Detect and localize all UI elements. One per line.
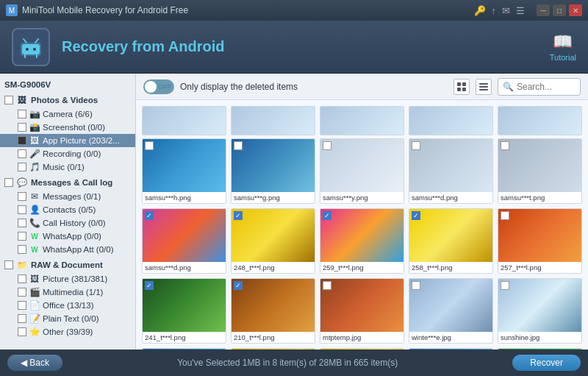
tutorial-button[interactable]: 📖 Tutorial xyxy=(550,32,576,62)
image-tile-3-4[interactable] xyxy=(498,348,582,350)
music-checkbox[interactable] xyxy=(18,163,26,171)
image-tile-1-3[interactable]: 258_t***l.png xyxy=(409,208,493,274)
tile-checkbox-0-0[interactable] xyxy=(145,141,154,150)
messages-checkbox[interactable] xyxy=(18,192,26,201)
minimize-button[interactable]: ─ xyxy=(537,4,550,16)
multimedia-checkbox[interactable] xyxy=(18,288,26,297)
sidebar-item-office[interactable]: 📄 Office (13/13) xyxy=(0,299,135,312)
image-tile-3-0[interactable] xyxy=(142,348,226,350)
category-photos-header[interactable]: 🖼 Photos & Videos xyxy=(0,91,135,107)
image-tile-1-2[interactable]: 259_t***l.png xyxy=(320,208,404,274)
plain-text-checkbox[interactable] xyxy=(18,314,26,323)
tile-checkbox-0-1[interactable] xyxy=(234,141,243,150)
recording-checkbox[interactable] xyxy=(18,149,26,158)
messages-icon: 💬 xyxy=(16,177,28,188)
maximize-button[interactable]: □ xyxy=(553,4,566,16)
image-thumb-2-0 xyxy=(143,279,226,332)
image-thumb-0-2 xyxy=(320,139,404,192)
list-view-button[interactable] xyxy=(476,79,492,95)
whatsapp-icon: W xyxy=(29,231,40,241)
sidebar-item-messages[interactable]: ✉ Messages (0/1) xyxy=(0,190,135,203)
office-checkbox[interactable] xyxy=(18,301,26,310)
sidebar-item-recording[interactable]: 🎤 Recording (0/0) xyxy=(0,147,135,160)
image-tile-2-1[interactable]: 210_t***l.png xyxy=(231,278,315,344)
tile-checkbox-2-3[interactable] xyxy=(412,281,420,290)
key-icon: 🔑 xyxy=(474,5,486,16)
tile-checkbox-2-0[interactable] xyxy=(145,281,154,290)
tile-checkbox-1-2[interactable] xyxy=(323,211,331,220)
image-tile-3-3[interactable] xyxy=(409,348,493,350)
whatsapp-att-icon: W xyxy=(29,244,40,255)
sidebar-item-screenshot[interactable]: 📸 Screenshot (0/0) xyxy=(0,121,135,134)
call-history-checkbox[interactable] xyxy=(18,219,26,227)
image-tile-2-2[interactable]: mtptemp.jpg xyxy=(320,278,404,344)
tile-checkbox-0-4[interactable] xyxy=(501,141,509,150)
tile-checkbox-1-4[interactable] xyxy=(501,211,509,220)
close-button[interactable]: ✕ xyxy=(569,4,582,16)
image-tile-1-4[interactable]: 257_t***l.png xyxy=(498,208,582,274)
partial-tile-1[interactable] xyxy=(231,106,315,135)
tile-checkbox-2-4[interactable] xyxy=(501,281,509,290)
image-tile-0-2[interactable]: samsu***y.png xyxy=(320,138,404,204)
search-input[interactable] xyxy=(517,82,576,92)
category-raw-header[interactable]: 📁 RAW & Document xyxy=(0,256,135,272)
screenshot-checkbox[interactable] xyxy=(18,123,26,132)
messages-cat-checkbox[interactable] xyxy=(4,178,13,187)
whatsapp-checkbox[interactable] xyxy=(18,232,26,241)
sidebar-item-contacts[interactable]: 👤 Contacts (0/5) xyxy=(0,203,135,216)
sidebar-item-other[interactable]: ⭐ Other (39/39) xyxy=(0,325,135,338)
image-tile-1-1[interactable]: 248_t***l.png xyxy=(231,208,315,274)
partial-tile-2[interactable] xyxy=(320,106,404,135)
category-messages-header[interactable]: 💬 Messages & Call log xyxy=(0,174,135,190)
image-tile-3-1[interactable] xyxy=(231,348,315,350)
image-tile-0-3[interactable]: samsu***d.png xyxy=(409,138,493,204)
raw-cat-checkbox[interactable] xyxy=(4,260,13,269)
image-tile-2-3[interactable]: winte***e.jpg xyxy=(409,278,493,344)
app-picture-checkbox[interactable] xyxy=(18,136,26,145)
tile-checkbox-1-3[interactable] xyxy=(412,211,420,220)
image-tile-1-0[interactable]: samsu***d.png xyxy=(142,208,226,274)
sidebar-item-call-history[interactable]: 📞 Call History (0/0) xyxy=(0,216,135,230)
grid-view-button[interactable] xyxy=(453,79,470,95)
app-picture-label: App Picture (203/2... xyxy=(43,136,120,145)
picture-checkbox[interactable] xyxy=(18,274,26,283)
camera-checkbox[interactable] xyxy=(18,110,26,118)
image-tile-2-0[interactable]: 241_t***l.png xyxy=(142,278,226,344)
sidebar-item-whatsapp-att[interactable]: W WhatsApp Att (0/0) xyxy=(0,243,135,256)
tile-checkbox-2-1[interactable] xyxy=(234,281,243,290)
tile-checkbox-0-3[interactable] xyxy=(412,141,420,150)
toggle-switch[interactable]: OFF xyxy=(143,79,174,94)
image-tile-0-4[interactable]: samsu***t.png xyxy=(498,138,582,204)
recover-button[interactable]: Recover xyxy=(512,355,581,371)
sidebar-item-plain-text[interactable]: 📝 Plain Text (0/0) xyxy=(0,312,135,325)
sidebar-item-music[interactable]: 🎵 Music (0/1) xyxy=(0,160,135,174)
device-item[interactable]: SM-G9006V xyxy=(0,78,135,91)
tile-checkbox-1-1[interactable] xyxy=(234,211,243,220)
sidebar-item-app-picture[interactable]: 🖼 App Picture (203/2... xyxy=(0,134,135,147)
back-button[interactable]: ◀ Back xyxy=(7,355,62,371)
image-tile-0-0[interactable]: samsu***h.png xyxy=(142,138,226,204)
image-tile-3-2[interactable] xyxy=(320,348,404,350)
up-icon: ↑ xyxy=(492,5,497,16)
sidebar-item-camera[interactable]: 📷 Camera (6/6) xyxy=(0,107,135,121)
tile-checkbox-0-2[interactable] xyxy=(323,141,331,150)
partial-tile-4[interactable] xyxy=(498,106,582,135)
image-grid-container: samsu***h.png samsu***g.png samsu***y.pn… xyxy=(136,100,588,350)
image-tile-2-4[interactable]: sunshine.jpg xyxy=(498,278,582,344)
partial-tile-3[interactable] xyxy=(409,106,493,135)
sidebar-item-picture[interactable]: 🖼 Picture (381/381) xyxy=(0,272,135,285)
tile-checkbox-1-0[interactable] xyxy=(145,211,154,220)
sidebar-item-whatsapp[interactable]: W WhatsApp (0/0) xyxy=(0,230,135,243)
image-tile-0-1[interactable]: samsu***g.png xyxy=(231,138,315,204)
tile-checkbox-2-2[interactable] xyxy=(323,281,331,290)
sidebar-item-multimedia[interactable]: 🎬 Multimedia (1/1) xyxy=(0,285,135,299)
whatsapp-att-checkbox[interactable] xyxy=(18,245,26,254)
menu-icon[interactable]: ☰ xyxy=(516,5,525,16)
search-box[interactable]: 🔍 xyxy=(498,78,581,96)
svg-rect-9 xyxy=(462,82,466,86)
toggle-track[interactable]: OFF xyxy=(143,79,174,94)
other-checkbox[interactable] xyxy=(18,327,26,336)
contacts-checkbox[interactable] xyxy=(18,205,26,214)
partial-tile-0[interactable] xyxy=(142,106,226,135)
photos-checkbox[interactable] xyxy=(4,96,13,104)
